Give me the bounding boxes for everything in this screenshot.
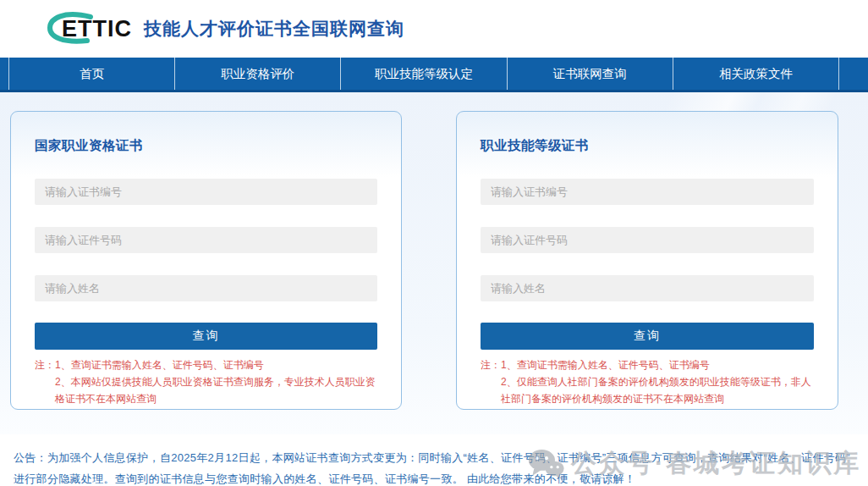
panel-national-qualification-certificate: 国家职业资格证书 查询 注： 1、查询证书需输入姓名、证件号码、证书编号 2、本… [10,111,402,410]
panel-notes: 注： 1、查询证书需输入姓名、证件号码、证书编号 2、仅能查询人社部门备案的评价… [481,357,814,407]
panel-notes: 注： 1、查询证书需输入姓名、证件号码、证书编号 2、本网站仅提供技能人员职业资… [35,357,377,407]
query-button-national[interactable]: 查询 [35,323,377,350]
note-line: 2、仅能查询人社部门备案的评价机构颁发的职业技能等级证书，非人社部门备案的评价机… [501,374,814,408]
certificate-number-input-national[interactable] [35,179,377,205]
main-nav: 首页 职业资格评价 职业技能等级认定 证书联网查询 相关政策文件 [0,58,868,92]
note-prefix: 注： [35,357,55,407]
name-input-skill[interactable] [481,275,814,301]
content: 国家职业资格证书 查询 注： 1、查询证书需输入姓名、证件号码、证书编号 2、本… [0,92,868,434]
announcement-text: 公告：为加强个人信息保护，自2025年2月12日起，本网站证书查询方式变更为：同… [14,447,854,486]
nav-right-stub [839,58,868,90]
nav-item-qualification-evaluation[interactable]: 职业资格评价 [175,58,341,90]
nav-item-home[interactable]: 首页 [9,58,175,90]
ettic-logo: ETTIC [47,12,132,46]
note-items: 1、查询证书需输入姓名、证件号码、证书编号 2、仅能查询人社部门备案的评价机构颁… [501,357,814,407]
announcement: 公告：为加强个人信息保护，自2025年2月12日起，本网站证书查询方式变更为：同… [0,434,868,486]
panel-title: 国家职业资格证书 [35,137,377,155]
id-number-input-skill[interactable] [481,227,814,253]
note-line: 1、查询证书需输入姓名、证件号码、证书编号 [501,357,814,374]
note-prefix: 注： [481,357,501,407]
id-number-input-national[interactable] [35,227,377,253]
note-items: 1、查询证书需输入姓名、证件号码、证书编号 2、本网站仅提供技能人员职业资格证书… [55,357,377,407]
logo-text: ETTIC [62,16,132,42]
nav-item-policy-documents[interactable]: 相关政策文件 [673,58,839,90]
note-line: 2、本网站仅提供技能人员职业资格证书查询服务，专业技术人员职业资格证书不在本网站… [55,374,377,408]
certificate-number-input-skill[interactable] [481,179,814,205]
name-input-national[interactable] [35,275,377,301]
site-header: ETTIC 技能人才评价证书全国联网查询 [0,0,868,58]
nav-item-certificate-query[interactable]: 证书联网查询 [508,58,673,90]
site-title: 技能人才评价证书全国联网查询 [144,17,404,41]
panel-title: 职业技能等级证书 [481,137,814,155]
nav-left-stub [0,58,9,90]
query-button-skill[interactable]: 查询 [481,323,814,350]
note-line: 1、查询证书需输入姓名、证件号码、证书编号 [55,357,377,374]
nav-item-skill-level-certification[interactable]: 职业技能等级认定 [341,58,507,90]
panel-skill-level-certificate: 职业技能等级证书 查询 注： 1、查询证书需输入姓名、证件号码、证书编号 2、仅… [456,111,838,410]
